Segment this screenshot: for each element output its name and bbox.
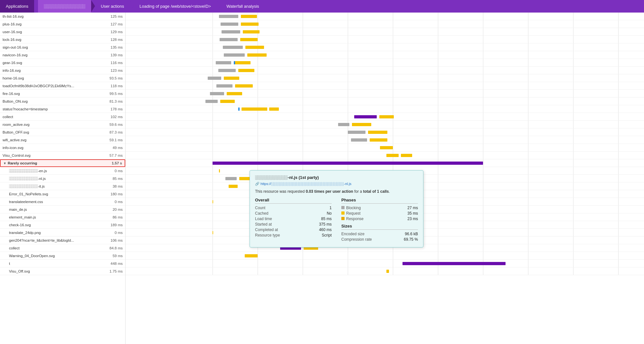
grid-line [438, 144, 438, 151]
resource-name-label: plus-16.svg [3, 22, 103, 26]
resource-row[interactable]: Warning_04_DoorOpen.svg59 ms [0, 252, 125, 260]
grid-line [573, 67, 573, 74]
resource-time-label: 189 ms [103, 223, 123, 227]
tooltip-overall-row: Load time85 ms [255, 217, 332, 221]
resource-row[interactable]: translateelement.css0 ms [0, 198, 125, 206]
resource-time-label: 0 ms [103, 231, 123, 235]
nav-loading-page[interactable]: Loading of page /web/stove/<stoveID> [134, 0, 217, 13]
resource-row[interactable]: lock-16.svg128 ms [0, 36, 125, 43]
grid-line [348, 13, 348, 20]
nav-sep-3 [130, 0, 134, 12]
resource-row[interactable]: translate_24dp.png0 ms [0, 229, 125, 237]
phases-title: Phases [341, 198, 418, 204]
resource-row[interactable]: ░░░░░░░░░░░-it.js38 ms [0, 182, 125, 190]
resource-row[interactable]: gen204?nca=te_li&client=te_lib&logId...1… [0, 237, 125, 244]
waterfall-bar [205, 100, 218, 103]
grid-line [528, 167, 528, 174]
phase-label: Blocking [341, 206, 361, 210]
grid-line [573, 152, 573, 159]
resource-row[interactable]: collect102 ms [0, 113, 125, 121]
row-label: Load time [255, 217, 272, 221]
grid-line [528, 74, 528, 82]
grid-line [528, 59, 528, 66]
resource-row[interactable]: Visu_Off.svg1.75 ms [0, 267, 125, 275]
grid-line [303, 90, 303, 97]
resource-row[interactable]: fire-16.svg99.5 ms [0, 90, 125, 98]
resource-row[interactable]: Button_OFF.svg87.3 ms [0, 128, 125, 136]
tooltip-title: ░░░░░░░░░░░-nl.js (1st party) [255, 175, 418, 180]
resource-row[interactable]: user-16.svg129 ms [0, 28, 125, 36]
resource-row[interactable]: element_main.js86 ms [0, 213, 125, 221]
row-label: Completed at [255, 228, 278, 232]
phase-label: Response [341, 217, 364, 221]
resource-name-label: navicon-16.svg [3, 53, 103, 57]
waterfall-panel[interactable]: ░░░░░░░░░░░-nl.js (1st party) 🔗 https://… [126, 13, 644, 344]
grid-line [258, 113, 258, 120]
waterfall-bar [234, 61, 235, 64]
grid-line [483, 221, 483, 228]
resource-row[interactable]: Error_01_NoPellets.svg180 ms [0, 190, 125, 198]
resource-row[interactable]: plus-16.svg127 ms [0, 20, 125, 28]
resource-row[interactable]: Button_ON.svg81.3 ms [0, 98, 125, 105]
resource-row[interactable]: Visu_Control.svg57.7 ms [0, 152, 125, 159]
waterfall-bar [225, 177, 237, 180]
nav-applications[interactable]: Applications [0, 0, 34, 13]
resource-row[interactable]: room_active.svg59.6 ms [0, 121, 125, 128]
grid-line [483, 190, 483, 198]
resource-row[interactable]: sign-out-16.svg135 ms [0, 43, 125, 51]
waterfall-bar [238, 107, 240, 111]
tooltip-url[interactable]: 🔗 https://░░░░░░░░░░░░░░░░░░░░░░░░░░░░░-… [255, 182, 418, 186]
grid-line [303, 20, 303, 28]
resource-name-label: ░░░░░░░░░░░-it.js [9, 184, 103, 188]
waterfall-bar [241, 23, 259, 26]
resource-row[interactable]: check-16.svg189 ms [0, 221, 125, 229]
grid-line [303, 28, 303, 35]
link-icon: 🔗 [255, 182, 260, 186]
resource-row[interactable]: info-icon.svg49 ms [0, 144, 125, 152]
resource-name-label: ░░░░░░░░░░░-en.js [9, 169, 103, 173]
size-value: 96.6 kB [405, 232, 418, 236]
resource-row[interactable]: th-list-16.svg125 ms [0, 13, 125, 20]
tooltip-overall-row: Started at375 ms [255, 222, 332, 227]
resource-row[interactable]: ░░░░░░░░░░░-nl.js85 ms [0, 175, 125, 182]
resource-row[interactable]: home-16.svg93.5 ms [0, 74, 125, 82]
resource-name-label: th-list-16.svg [3, 14, 103, 18]
grid-line [258, 59, 258, 66]
grid-line [573, 237, 573, 244]
nav-item-2[interactable]: ░░░░░░░░░░░░░░ [38, 0, 91, 13]
resource-row[interactable]: ░░░░░░░░░░░-en.js0 ms [0, 167, 125, 175]
resource-row[interactable]: navicon-16.svg139 ms [0, 51, 125, 59]
phase-value: 27 ms [407, 206, 418, 210]
tooltip-url-link[interactable]: https://░░░░░░░░░░░░░░░░░░░░░░░░░░░░░-nl… [260, 182, 351, 186]
grid-line [483, 128, 483, 136]
resource-row[interactable]: t448 ms [0, 260, 125, 267]
grid-line [618, 13, 619, 20]
resource-row[interactable]: toadOcfmlt9b38dHJxOBGCP2LEk6lMzYs...118 … [0, 82, 125, 90]
grid-line [438, 36, 438, 43]
resource-row[interactable]: collect84.8 ms [0, 244, 125, 252]
nav-user-actions[interactable]: User actions [95, 0, 130, 13]
grid-line [573, 20, 573, 28]
grid-line [618, 167, 619, 174]
grid-line [213, 182, 213, 190]
resource-row[interactable]: main_de.js20 ms [0, 206, 125, 213]
resource-row[interactable]: info-16.svg123 ms [0, 67, 125, 74]
nav-waterfall[interactable]: Waterfall analysis [221, 0, 265, 13]
grid-line [483, 82, 483, 89]
grid-line [258, 36, 258, 43]
grid-line [393, 105, 393, 113]
resource-name-label: Rarely occurring [8, 161, 103, 165]
grid-line [528, 229, 528, 236]
resource-name-label: fire-16.svg [3, 92, 103, 96]
grid-line [213, 221, 213, 228]
grid-line [213, 128, 213, 136]
grid-line [303, 267, 303, 275]
grid-line [348, 136, 348, 144]
resource-row[interactable]: ▼Rarely occurring1.57 s [0, 159, 125, 167]
waterfall-row [126, 51, 644, 59]
resource-row[interactable]: gear-16.svg116 ms [0, 59, 125, 67]
resource-row[interactable]: status?nocache=timestamp178 ms [0, 105, 125, 113]
grid-line [213, 20, 213, 28]
grid-line [528, 206, 528, 213]
resource-row[interactable]: wifi_active.svg59.1 ms [0, 136, 125, 144]
